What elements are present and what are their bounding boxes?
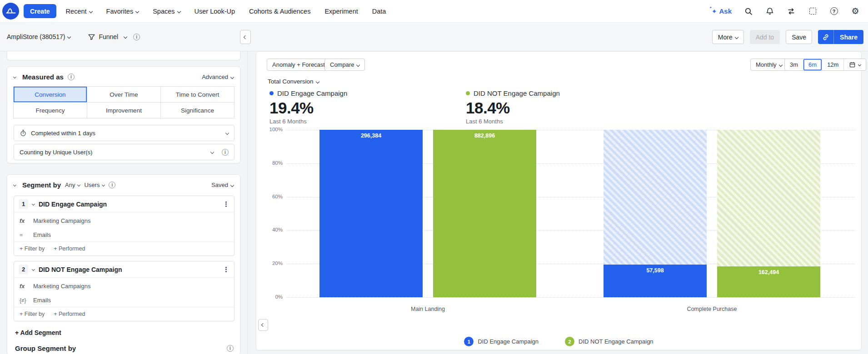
- info-icon[interactable]: i: [109, 182, 115, 188]
- help-icon[interactable]: ?: [829, 7, 838, 16]
- chevron-down-icon: [177, 9, 180, 13]
- funnel-chart-card: Anomaly + Forecast Compare Monthly 3m 6m…: [256, 51, 862, 350]
- top-nav: Create Recent Favorites Spaces User Look…: [0, 0, 868, 23]
- events-card-partial: [7, 51, 240, 60]
- segment-number-chip[interactable]: 1: [19, 199, 28, 209]
- measured-as-card: Measured as i Advanced Conversion Over T…: [7, 66, 240, 163]
- x-axis-label: Main Landing: [411, 306, 445, 312]
- share-button[interactable]: Share: [834, 30, 863, 44]
- nav-item-experiment[interactable]: Experiment: [324, 8, 358, 15]
- info-icon[interactable]: i: [133, 34, 140, 40]
- chevron-down-icon: [67, 35, 71, 39]
- conversion-window-selector[interactable]: Completed within 1 days: [14, 125, 234, 141]
- segment-operator-row[interactable]: = Emails: [14, 229, 234, 241]
- project-selector[interactable]: AmpliStore (380517): [7, 33, 70, 40]
- chevron-down-icon: [89, 9, 92, 13]
- x-axis-label: Complete Purchase: [687, 306, 737, 312]
- legend-item[interactable]: 1 DID Engage Campaign: [464, 337, 539, 346]
- chevron-down-icon[interactable]: [32, 268, 35, 271]
- copy-link-icon[interactable]: [818, 30, 834, 44]
- info-icon[interactable]: i: [68, 74, 75, 80]
- bar-segment[interactable]: 882,896: [433, 130, 536, 297]
- bar-segment[interactable]: 296,384: [319, 130, 423, 297]
- segment-property-row[interactable]: fx Marketing Campaigns: [14, 280, 234, 292]
- stopwatch-icon: [20, 129, 27, 137]
- share-split-button: Share: [818, 30, 863, 44]
- nav-item-user-lookup[interactable]: User Look-Up: [195, 8, 235, 15]
- segment-any-dropdown[interactable]: Any: [65, 182, 80, 188]
- frame-select-icon[interactable]: [808, 7, 817, 16]
- segment-1: 1 DID Engage Campaign ⋮ fx Marketing Cam…: [14, 196, 234, 256]
- create-button[interactable]: Create: [24, 4, 56, 18]
- collapse-panel-button[interactable]: [240, 30, 251, 44]
- add-to-button[interactable]: Add to: [750, 30, 780, 44]
- performed-link[interactable]: + Performed: [54, 311, 85, 317]
- chevron-down-icon: [124, 35, 127, 39]
- bar-value-label: 162,494: [717, 269, 820, 275]
- search-icon[interactable]: [744, 7, 753, 16]
- performed-link[interactable]: + Performed: [54, 246, 85, 252]
- ask-ai-button[interactable]: ✦Ask: [712, 7, 732, 15]
- tab-significance[interactable]: Significance: [160, 102, 234, 118]
- y-axis-tick: 20%: [263, 261, 283, 266]
- chevron-down-icon: [210, 150, 214, 154]
- nav-item-cohorts-audiences[interactable]: Cohorts & Audiences: [249, 8, 310, 15]
- segment-name[interactable]: DID Engage Campaign: [39, 201, 107, 208]
- filter-by-link[interactable]: + Filter by: [20, 246, 45, 252]
- panel-divider: [247, 51, 248, 354]
- saved-segments-dropdown[interactable]: Saved: [211, 182, 234, 188]
- tab-frequency[interactable]: Frequency: [13, 102, 87, 118]
- chevron-down-icon: [135, 9, 139, 13]
- nav-item-spaces[interactable]: Spaces: [153, 8, 180, 15]
- collapse-section-icon[interactable]: [14, 76, 18, 78]
- y-axis-tick: 100%: [263, 127, 283, 132]
- y-axis-tick: 0%: [263, 294, 283, 300]
- nav-item-favorites[interactable]: Favorites: [106, 8, 139, 15]
- tab-conversion[interactable]: Conversion: [13, 86, 87, 103]
- segment-users-dropdown[interactable]: Users: [84, 182, 105, 188]
- chevron-down-icon: [77, 183, 80, 187]
- filter-by-link[interactable]: + Filter by: [20, 311, 45, 317]
- group-segment-by-title: Group Segment by: [15, 344, 76, 352]
- pathfinder-swap-icon[interactable]: [787, 7, 796, 16]
- segment-name[interactable]: DID NOT Engage Campaign: [39, 266, 122, 273]
- chevron-down-icon[interactable]: [32, 202, 35, 206]
- collapse-panel-button[interactable]: [258, 319, 268, 331]
- save-button[interactable]: Save: [786, 30, 812, 44]
- more-button[interactable]: More: [712, 30, 744, 44]
- notifications-bell-icon[interactable]: [765, 7, 774, 16]
- segment-operator-row[interactable]: {≠} Emails: [14, 295, 234, 306]
- add-segment-button[interactable]: + Add Segment: [15, 329, 61, 336]
- tab-over-time[interactable]: Over Time: [87, 86, 161, 103]
- collapse-section-icon[interactable]: [14, 184, 18, 186]
- counting-by-selector[interactable]: Counting by Unique User(s) i: [14, 144, 234, 160]
- settings-gear-icon[interactable]: ⚙: [851, 7, 860, 16]
- bar-segment[interactable]: 57,598: [604, 265, 707, 297]
- segment-property-row[interactable]: fx Marketing Campaigns: [14, 215, 234, 226]
- kebab-menu-icon[interactable]: ⋮: [223, 200, 229, 208]
- segment-number-chip[interactable]: 2: [19, 265, 28, 274]
- kebab-menu-icon[interactable]: ⋮: [223, 266, 229, 274]
- info-icon[interactable]: i: [222, 149, 229, 156]
- chevron-down-icon: [734, 35, 738, 39]
- tab-improvement[interactable]: Improvement: [87, 102, 161, 118]
- fx-property-icon: fx: [20, 218, 29, 224]
- amplitude-logo-icon[interactable]: [2, 3, 19, 20]
- chevron-left-icon: [244, 35, 247, 39]
- tab-time-to-convert[interactable]: Time to Convert: [160, 86, 234, 103]
- info-icon[interactable]: i: [227, 345, 234, 352]
- chart-type-selector[interactable]: Funnel: [88, 33, 127, 41]
- chevron-down-icon: [102, 183, 105, 187]
- legend-chip-1: 1: [464, 337, 474, 346]
- advanced-dropdown[interactable]: Advanced: [202, 74, 234, 80]
- chart-legend: 1 DID Engage Campaign 2 DID NOT Engage C…: [256, 337, 861, 346]
- nav-item-recent[interactable]: Recent: [66, 8, 92, 15]
- bar-segment[interactable]: 162,494: [717, 266, 820, 297]
- gridline: [287, 297, 855, 298]
- legend-item[interactable]: 2 DID NOT Engage Campaign: [565, 337, 653, 346]
- funnel-icon: [88, 33, 95, 41]
- legend-chip-2: 2: [565, 337, 574, 346]
- nav-right-icons: ✦Ask ? ⚙: [712, 7, 860, 16]
- bar-value-label: 296,384: [319, 133, 423, 139]
- nav-item-data[interactable]: Data: [372, 8, 386, 15]
